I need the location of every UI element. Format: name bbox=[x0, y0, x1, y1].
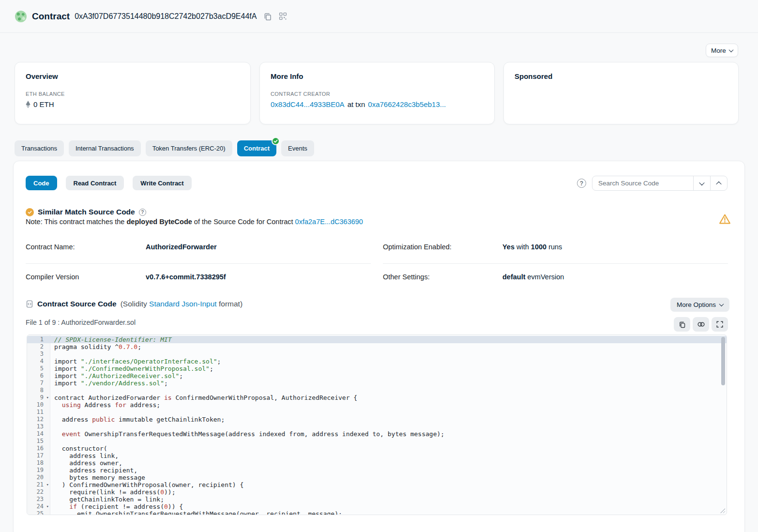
chevron-up-icon bbox=[716, 181, 721, 186]
code-line: 6import "./AuthorizedReceiver.sol"; bbox=[27, 372, 727, 380]
code-line: 17 address link, bbox=[27, 452, 727, 459]
matched-contract-link[interactable]: 0xfa2a7E...dC363690 bbox=[295, 218, 363, 226]
contract-creator-label: CONTRACT CREATOR bbox=[271, 91, 484, 97]
source-search-box bbox=[592, 176, 728, 191]
code-line: 25 emit OwnershipTransferRequestedWithMe… bbox=[27, 510, 727, 515]
fold-arrow-icon[interactable]: ▾ bbox=[46, 503, 49, 510]
source-code-editor[interactable]: 1// SPDX-License-Identifier: MIT2pragma … bbox=[27, 334, 727, 515]
subtab-code[interactable]: Code bbox=[26, 176, 57, 190]
copy-address-button[interactable] bbox=[263, 12, 272, 21]
more-button[interactable]: More bbox=[706, 44, 738, 57]
verified-check-badge bbox=[272, 137, 280, 145]
file-info: File 1 of 9 : AuthorizedForwarder.sol bbox=[26, 319, 136, 326]
expand-button[interactable] bbox=[712, 317, 728, 332]
tab-contract-label: Contract bbox=[244, 145, 270, 152]
tab-transactions[interactable]: Transactions bbox=[15, 140, 64, 156]
code-line: 9▾contract AuthorizedForwarder is Confir… bbox=[27, 394, 727, 401]
similar-match-help-icon[interactable]: ? bbox=[139, 209, 146, 216]
overview-card: Overview ETH BALANCE 0 ETH bbox=[15, 62, 251, 124]
search-help-icon[interactable]: ? bbox=[577, 179, 586, 188]
sponsored-card: Sponsored bbox=[503, 62, 739, 124]
code-line: 7import "./vendor/Address.sol"; bbox=[27, 380, 727, 387]
code-line: 19 address recipient, bbox=[27, 467, 727, 474]
contract-subtabs: Code Read Contract Write Contract bbox=[26, 176, 192, 190]
code-line: 2pragma solidity ^0.7.0; bbox=[27, 343, 727, 350]
source-actions bbox=[674, 317, 728, 332]
at-txn-label: at txn bbox=[348, 100, 365, 108]
code-line: 10 using Address for address; bbox=[27, 401, 727, 409]
more-options-button[interactable]: More Options bbox=[670, 298, 729, 312]
creator-address-link[interactable]: 0x83dC44...4933BE0A bbox=[271, 100, 345, 108]
code-line: 15 bbox=[27, 438, 727, 445]
permalink-button[interactable] bbox=[693, 317, 709, 332]
page-header: Contract 0xA3f07D6773514480b918C2742b027… bbox=[0, 0, 758, 33]
fold-arrow-icon[interactable]: ▾ bbox=[46, 481, 49, 488]
note-prefix: Note: This contract matches the bbox=[26, 218, 126, 226]
code-line: 14 event OwnershipTransferRequestedWithM… bbox=[27, 430, 727, 438]
search-next-button[interactable] bbox=[693, 176, 710, 190]
details-divider-left bbox=[26, 263, 371, 264]
optimization-yes: Yes bbox=[502, 243, 515, 251]
source-code-title: Contract Source Code bbox=[37, 300, 117, 308]
chevron-down-icon bbox=[728, 47, 733, 52]
note-middle: of the Source Code for Contract bbox=[192, 218, 295, 226]
format-suffix: format) bbox=[217, 300, 243, 308]
search-source-input[interactable] bbox=[592, 176, 693, 190]
other-settings-value: default evmVersion bbox=[502, 273, 564, 281]
code-line: 18 address owner, bbox=[27, 459, 727, 467]
optimization-with: with bbox=[515, 243, 531, 251]
subtab-read-contract[interactable]: Read Contract bbox=[66, 176, 124, 190]
code-line: 11 bbox=[27, 409, 727, 416]
subtab-write-contract[interactable]: Write Contract bbox=[133, 176, 191, 190]
compiler-value: v0.7.6+commit.7338295f bbox=[146, 273, 226, 281]
compiler-label: Compiler Version bbox=[26, 273, 79, 281]
other-settings-bold: default bbox=[502, 273, 526, 281]
eth-balance-value: 0 ETH bbox=[33, 100, 54, 108]
source-format-text: (Solidity Standard Json-Input format) bbox=[121, 300, 243, 308]
overview-title: Overview bbox=[26, 72, 240, 80]
code-line: 4import "./interfaces/OperatorInterface.… bbox=[27, 358, 727, 365]
code-line: 24▾ if (recipient != address(0)) { bbox=[27, 503, 727, 510]
code-lines: 1// SPDX-License-Identifier: MIT2pragma … bbox=[27, 336, 727, 515]
code-line: 12 address public immutable getChainlink… bbox=[27, 416, 727, 423]
page-title: Contract bbox=[32, 11, 70, 22]
code-line: 8 bbox=[27, 387, 727, 394]
tab-contract[interactable]: Contract bbox=[237, 140, 276, 156]
tab-events[interactable]: Events bbox=[281, 140, 314, 156]
contract-identicon bbox=[15, 11, 27, 22]
fold-arrow-icon[interactable]: ▾ bbox=[46, 394, 49, 401]
json-input-link[interactable]: Standard Json-Input bbox=[149, 300, 217, 308]
similar-match-title: Similar Match Source Code bbox=[38, 208, 135, 216]
tab-token-transfers[interactable]: Token Transfers (ERC-20) bbox=[146, 140, 232, 156]
more-button-label: More bbox=[711, 47, 726, 54]
optimization-runs-suffix: runs bbox=[546, 243, 562, 251]
eth-diamond-icon bbox=[26, 101, 30, 108]
editor-scrollbar-thumb[interactable] bbox=[721, 337, 725, 385]
amber-check-icon bbox=[26, 208, 34, 216]
tab-internal-transactions[interactable]: Internal Transactions bbox=[69, 140, 141, 156]
search-prev-button[interactable] bbox=[710, 176, 727, 190]
contract-panel: Code Read Contract Write Contract ? Simi… bbox=[13, 161, 745, 532]
similar-match-note: Note: This contract matches the deployed… bbox=[26, 218, 363, 226]
contract-name-value: AuthorizedForwarder bbox=[146, 243, 217, 251]
code-line: 3 bbox=[27, 350, 727, 358]
other-settings-label: Other Settings: bbox=[383, 273, 430, 281]
code-line: 22 require(link != address(0)); bbox=[27, 488, 727, 496]
note-bold: deployed ByteCode bbox=[126, 218, 192, 226]
warning-triangle-icon[interactable] bbox=[719, 213, 731, 225]
chevron-down-icon bbox=[719, 302, 724, 306]
code-line: 21▾ ) ConfirmedOwnerWithProposal(owner, … bbox=[27, 481, 727, 488]
chevron-down-icon bbox=[699, 180, 704, 185]
source-file-icon bbox=[26, 300, 33, 308]
creation-txn-link[interactable]: 0xa7662428c3b5eb13... bbox=[368, 100, 446, 108]
link-icon bbox=[697, 321, 705, 327]
copy-source-button[interactable] bbox=[674, 317, 690, 332]
eth-balance-label: ETH BALANCE bbox=[26, 91, 240, 97]
qr-code-button[interactable] bbox=[279, 12, 287, 20]
details-divider-right bbox=[383, 263, 728, 264]
other-settings-suffix: evmVersion bbox=[526, 273, 564, 281]
expand-icon bbox=[716, 321, 723, 328]
format-prefix: (Solidity bbox=[121, 300, 149, 308]
code-line: 23 getChainlinkToken = link; bbox=[27, 496, 727, 503]
code-line: 20 bytes memory message bbox=[27, 474, 727, 481]
